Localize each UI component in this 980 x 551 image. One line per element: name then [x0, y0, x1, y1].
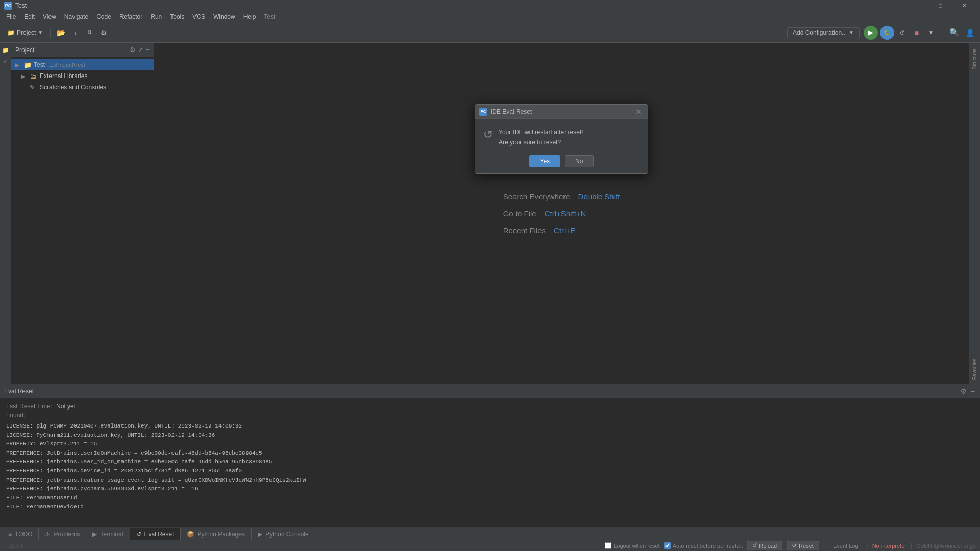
dialog-no-button[interactable]: No — [565, 155, 594, 167]
menu-window[interactable]: Window — [209, 12, 239, 21]
dialog-title-bar: PC IDE Eval Reset ✕ — [475, 105, 648, 119]
tree-item-scratches[interactable]: ✎ Scratches and Consoles — [11, 82, 154, 93]
panel-settings-icon[interactable]: ⚙ — [959, 386, 968, 396]
menu-bar: File Edit View Navigate Code Refactor Ru… — [0, 11, 980, 22]
add-configuration-button[interactable]: Add Configuration... ▼ — [787, 27, 860, 38]
tab-eval-reset[interactable]: ↺ Eval Reset — [130, 528, 181, 540]
status-bar: v2.3.4 Logout when reset Auto reset befo… — [0, 540, 980, 551]
log-line-5: PREFERENCE: jetbrains.device_id = 200123… — [6, 467, 974, 476]
reload-button[interactable]: ↺ Reload — [747, 541, 782, 550]
external-libs-icon: 🗂 — [30, 72, 38, 80]
toolbar-btn-settings[interactable]: ⚙ — [97, 27, 110, 39]
toolbar-btn-hide[interactable]: − — [112, 27, 124, 39]
chevron-down-icon: ▼ — [849, 30, 854, 35]
project-dropdown[interactable]: 📁 Project ▼ — [4, 28, 46, 37]
reset-icon: ↺ — [483, 128, 493, 141]
dialog-body: ↺ Your IDE will restart after reset! Are… — [475, 119, 648, 173]
expand-arrow: ▶ — [21, 73, 28, 79]
window-title: Test — [15, 2, 905, 9]
editor-area[interactable]: Search Everywhere Double Shift Go to Fil… — [154, 43, 969, 384]
expand-arrow: ▶ — [15, 62, 21, 68]
dialog-close-button[interactable]: ✕ — [633, 108, 644, 116]
project-icon: 📁 — [7, 29, 15, 36]
toolbar-btn-2[interactable]: ↕ — [69, 27, 81, 39]
menu-file[interactable]: File — [2, 12, 20, 21]
menu-code[interactable]: Code — [92, 12, 115, 21]
dialog-message: Your IDE will restart after reset! Are y… — [499, 127, 583, 148]
toolbar-btn-1[interactable]: 📂 — [55, 27, 67, 39]
tree-item-external-libraries[interactable]: ▶ 🗂 External Libraries — [11, 70, 154, 82]
toolbar-btn-3[interactable]: ⇅ — [83, 27, 95, 39]
run-button[interactable]: ▶ — [864, 26, 878, 40]
hide-icon: − — [116, 29, 120, 37]
menu-edit[interactable]: Edit — [20, 12, 39, 21]
hint-search-everywhere: Search Everywhere Double Shift — [503, 188, 620, 205]
account-button[interactable]: 👤 — [964, 27, 976, 39]
auto-reset-checkbox[interactable]: Auto reset before per restart — [664, 542, 743, 549]
hint-search-label: Search Everywhere — [503, 188, 570, 205]
profile-button[interactable]: ⏱ — [896, 27, 909, 39]
menu-help[interactable]: Help — [239, 12, 260, 21]
toolbar: 📁 Project ▼ 📂 ↕ ⇅ ⚙ − Add Configuration.… — [0, 22, 980, 43]
debug-icon: 🐛 — [884, 29, 891, 36]
menu-view[interactable]: View — [39, 12, 60, 21]
root-path: E:\Project\Test — [49, 62, 85, 68]
hint-goto-key: Ctrl+Shift+N — [545, 205, 586, 222]
debug-button[interactable]: 🐛 — [880, 26, 894, 40]
root-label: Test — [34, 61, 45, 68]
tree-item-root[interactable]: ▶ 📁 Test E:\Project\Test — [11, 59, 154, 70]
sidebar-project-icon[interactable]: 📁 — [1, 45, 11, 55]
menu-run[interactable]: Run — [146, 12, 166, 21]
panel-expand-icon[interactable]: ↗ — [138, 46, 143, 54]
python-console-icon: ▶ — [258, 531, 262, 538]
stop-button[interactable]: ■ — [911, 27, 923, 39]
content-area: 📁 ✓ ≡ Project ⚙ ↗ − ▶ 📁 Test E:\Project\… — [0, 43, 980, 384]
menu-tools[interactable]: Tools — [166, 12, 188, 21]
panel-close-icon[interactable]: − — [145, 46, 150, 54]
chevron-down-icon: ▼ — [38, 30, 43, 35]
tab-python-console[interactable]: ▶ Python Console — [252, 528, 315, 540]
tab-problems-label: Problems — [54, 531, 80, 538]
structure-sidebar-label[interactable]: Structure — [971, 45, 978, 74]
menu-vcs[interactable]: VCS — [188, 12, 209, 21]
eval-reset-icon: ↺ — [136, 531, 141, 538]
version-label: v2.3.4 — [4, 543, 28, 549]
tab-eval-reset-label: Eval Reset — [144, 531, 174, 538]
close-button[interactable]: ✕ — [953, 0, 976, 11]
hint-search-key: Double Shift — [578, 188, 620, 205]
panel-actions: ⚙ − — [959, 386, 976, 396]
terminal-icon: ▶ — [92, 531, 97, 538]
minimize-button[interactable]: ─ — [905, 0, 928, 11]
panel-settings-icon[interactable]: ⚙ — [130, 46, 136, 54]
sidebar-commit-icon[interactable]: ✓ — [1, 56, 11, 66]
dialog-yes-button[interactable]: Yes — [529, 155, 561, 167]
tab-python-packages[interactable]: 📦 Python Packages — [181, 528, 252, 540]
more-run-actions[interactable]: ▼ — [925, 27, 937, 39]
csdn-label: CSDN @Aroundchange — [916, 543, 976, 549]
auto-reset-input[interactable] — [664, 542, 671, 549]
tab-problems[interactable]: ⚠ Problems — [39, 528, 86, 540]
logout-when-reset-checkbox[interactable]: Logout when reset — [605, 542, 660, 549]
tab-todo[interactable]: ≡ TODO — [2, 528, 39, 540]
event-log-button[interactable]: Event Log — [829, 543, 863, 549]
menu-refactor[interactable]: Refactor — [115, 12, 146, 21]
maximize-button[interactable]: □ — [929, 0, 952, 11]
bottom-panel-content: Last Reset Time: Not yet Found: LICENSE:… — [0, 398, 980, 527]
panel-minimize-icon[interactable]: − — [970, 386, 976, 396]
bottom-panel-title: Eval Reset — [4, 388, 34, 395]
tab-terminal[interactable]: ▶ Terminal — [86, 528, 130, 540]
toolbar-separator — [50, 28, 51, 38]
log-line-9: FILE: PermanentDeviceId — [6, 503, 974, 512]
no-interpreter-label[interactable]: No interpreter — [872, 543, 906, 549]
hint-goto-label: Go to File — [503, 205, 536, 222]
sidebar-structure-icon[interactable]: ≡ — [1, 373, 11, 384]
favorites-sidebar-label[interactable]: Favorites — [971, 355, 978, 384]
reset-button[interactable]: ⟳ Reset — [787, 541, 819, 550]
status-separator-2: | — [867, 542, 868, 549]
menu-navigate[interactable]: Navigate — [60, 12, 92, 21]
search-everywhere-button[interactable]: 🔍 — [947, 26, 962, 40]
scratches-icon: ✎ — [30, 84, 38, 91]
logout-when-reset-input[interactable] — [605, 542, 611, 549]
menu-test[interactable]: Test — [260, 12, 279, 21]
add-config-label: Add Configuration... — [793, 29, 847, 36]
